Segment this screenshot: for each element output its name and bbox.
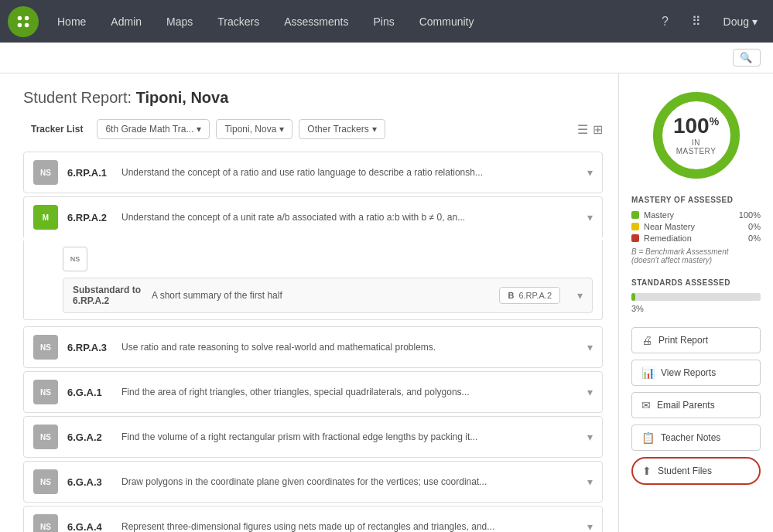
row-expand-arrow[interactable]: ▾ [587, 386, 593, 398]
row-expand-arrow[interactable]: ▾ [587, 431, 593, 443]
nav-items: HomeAdminMapsTrackersAssessmentsPinsComm… [46, 9, 654, 34]
list-view-icon[interactable]: ☰ [577, 122, 588, 137]
email-parents-button[interactable]: ✉Email Parents [631, 392, 761, 418]
grade-filter-btn[interactable]: 6th Grade Math Tra... ▾ [97, 119, 210, 139]
user-menu[interactable]: Doug ▾ [716, 11, 765, 32]
sub-badge-row: NS [63, 247, 593, 271]
donut-center: 100% IN MASTERY [673, 115, 720, 155]
nav-item-home[interactable]: Home [46, 9, 97, 34]
nav-item-admin[interactable]: Admin [100, 9, 152, 34]
benchmark-icon: B [508, 291, 514, 300]
standard-desc: Use ratio and rate reasoning to solve re… [121, 342, 580, 353]
sub-desc: A short summary of the first half [152, 290, 490, 301]
search-wrap[interactable]: 🔍 [733, 49, 761, 66]
substandard-section: NSSubstandard to6.RP.A.2A short summary … [23, 240, 603, 320]
grid-icon[interactable]: ⠿ [685, 10, 708, 33]
page-title: Student Report: Tiponi, Nova [23, 89, 603, 107]
standard-badge: NS [33, 335, 58, 360]
student-chevron: ▾ [279, 124, 284, 135]
grid-view-icon[interactable]: ⊞ [593, 122, 603, 137]
standards-assessed-title: STANDARDS ASSESSED [631, 278, 761, 287]
nav-right: ? ⠿ Doug ▾ [654, 10, 765, 33]
search-bar: 🔍 [0, 43, 773, 73]
sub-row-arrow[interactable]: ▾ [577, 289, 583, 302]
standard-desc: Find the area of right triangles, other … [121, 387, 580, 397]
teacher-notes-label: Teacher Notes [661, 432, 720, 443]
standard-row: M6.RP.A.2Understand the concept of a uni… [23, 196, 603, 237]
mastery-row: Mastery100% [631, 210, 761, 220]
left-content: Student Report: Tiponi, Nova Tracker Lis… [0, 73, 618, 532]
print-report-button[interactable]: 🖨Print Report [631, 327, 761, 353]
sub-label: Substandard to6.RP.A.2 [73, 285, 142, 306]
row-expand-arrow[interactable]: ▾ [587, 341, 593, 353]
mastery-row: Near Mastery0% [631, 222, 761, 231]
standard-code: 6.G.A.4 [67, 521, 121, 533]
other-chevron: ▾ [372, 124, 377, 135]
nav-item-trackers[interactable]: Trackers [207, 9, 270, 34]
mastery-row-label: Near Mastery [644, 222, 695, 231]
print-report-icon: 🖨 [641, 334, 652, 346]
row-expand-arrow[interactable]: ▾ [587, 166, 593, 179]
student-filter-btn[interactable]: Tiponi, Nova ▾ [216, 119, 292, 139]
standard-row: NS6.RP.A.3Use ratio and rate reasoning t… [23, 326, 603, 368]
student-files-button[interactable]: ⬆Student Files [631, 457, 761, 485]
email-parents-label: Email Parents [657, 400, 715, 411]
mastery-row: Remediation0% [631, 234, 761, 243]
substandard-inner: NSSubstandard to6.RP.A.2A short summary … [24, 240, 602, 319]
view-reports-icon: 📊 [641, 367, 655, 379]
print-report-label: Print Report [658, 335, 708, 346]
view-reports-button[interactable]: 📊View Reports [631, 360, 761, 386]
nav-item-pins[interactable]: Pins [362, 9, 405, 34]
logo[interactable] [8, 6, 39, 37]
standard-row: NS6.G.A.1Find the area of right triangle… [23, 371, 603, 413]
teacher-notes-button[interactable]: 📋Teacher Notes [631, 425, 761, 451]
svg-point-0 [18, 15, 22, 20]
row-expand-arrow[interactable]: ▾ [587, 520, 593, 532]
mastery-note: B = Benchmark Assessment(doesn't affect … [631, 247, 761, 264]
standard-badge: NS [33, 380, 58, 404]
standard-badge: M [33, 205, 58, 230]
email-parents-icon: ✉ [641, 399, 651, 411]
user-name: Doug [723, 15, 749, 28]
mastery-section: MASTERY OF ASSESSED Mastery100%Near Mast… [631, 196, 761, 264]
standard-code: 6.RP.A.1 [67, 167, 121, 179]
student-files-icon: ⬆ [642, 465, 652, 477]
tracker-list-btn[interactable]: Tracker List [23, 120, 91, 138]
mastery-row-value: 0% [748, 222, 761, 231]
standards-bar-wrap [631, 293, 761, 301]
mastery-dot [631, 223, 639, 230]
help-icon[interactable]: ? [654, 10, 677, 33]
standard-desc: Find the volume of a right rectangular p… [121, 431, 580, 442]
mastery-dot [631, 211, 639, 219]
standard-desc: Understand the concept of a ratio and us… [121, 167, 580, 178]
standard-badge: NS [33, 514, 58, 532]
grade-chevron: ▾ [197, 124, 201, 135]
standard-desc: Draw polygons in the coordinate plane gi… [121, 476, 580, 487]
standard-code: 6.G.A.2 [67, 431, 121, 443]
standard-code: 6.G.A.1 [67, 387, 121, 398]
mastery-percent: 100% [673, 115, 720, 137]
row-expand-arrow[interactable]: ▾ [587, 476, 593, 488]
main-container: Student Report: Tiponi, Nova Tracker Lis… [0, 73, 773, 532]
nav-item-community[interactable]: Community [409, 9, 485, 34]
standard-row: NS6.RP.A.1Understand the concept of a ra… [23, 152, 603, 193]
action-buttons: 🖨Print Report📊View Reports✉Email Parents… [631, 327, 761, 485]
navbar: HomeAdminMapsTrackersAssessmentsPinsComm… [0, 0, 773, 43]
nav-item-assessments[interactable]: Assessments [273, 9, 359, 34]
standards-bar [631, 293, 635, 301]
other-trackers-btn[interactable]: Other Trackers ▾ [299, 119, 385, 139]
row-expand-arrow[interactable]: ▾ [587, 211, 593, 223]
sub-row-main: Substandard to6.RP.A.2A short summary of… [63, 278, 593, 313]
standard-desc: Represent three-dimensional figures usin… [121, 521, 580, 532]
mastery-row-value: 0% [748, 234, 761, 243]
standard-code: 6.G.A.3 [67, 476, 121, 488]
standards-list: NS6.RP.A.1Understand the concept of a ra… [23, 152, 603, 532]
view-reports-label: View Reports [661, 367, 716, 378]
filter-bar: Tracker List 6th Grade Math Tra... ▾ Tip… [23, 119, 603, 139]
standard-row: NS6.G.A.4Represent three-dimensional fig… [23, 506, 603, 532]
right-panel: 100% IN MASTERY MASTERY OF ASSESSED Mast… [618, 73, 773, 532]
nav-item-maps[interactable]: Maps [156, 9, 204, 34]
search-icon: 🔍 [740, 52, 752, 63]
standards-pct: 3% [631, 304, 761, 313]
teacher-notes-icon: 📋 [641, 431, 655, 444]
